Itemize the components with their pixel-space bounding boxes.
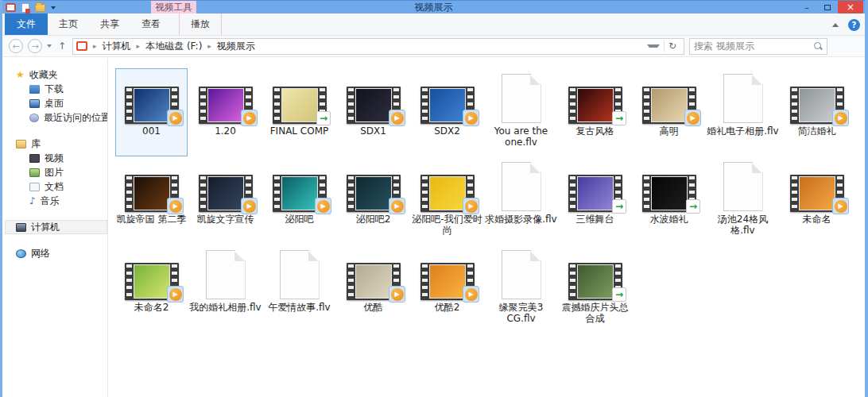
properties-icon[interactable]	[21, 3, 29, 13]
file-name-label: 午爱情故事.flv	[268, 303, 330, 314]
video-thumbnail: →	[559, 157, 631, 212]
document-icon	[263, 245, 335, 300]
file-name-label: 婚礼电子相册.flv	[707, 126, 778, 137]
desktop-icon	[29, 99, 40, 108]
breadcrumb-computer[interactable]: 计算机	[103, 40, 131, 53]
navigation-pane: ★收藏夹下载桌面最近访问的位置库视频图片文档♪音乐计算机网络	[5, 58, 108, 397]
tab-view[interactable]: 查看	[130, 13, 172, 35]
document-icon	[485, 245, 557, 300]
qat-dropdown-icon[interactable]	[51, 6, 56, 10]
file-tile[interactable]: ▶SDX2	[410, 68, 484, 156]
address-bar: ← → ↑ ▸ 计算机 ▸ 本地磁盘 (F:) ▸ 视频展示 ↻	[2, 36, 865, 57]
file-tile[interactable]: ▶优酷2	[410, 245, 484, 333]
sidebar-item-documents[interactable]: 文档	[5, 179, 107, 194]
sidebar-item-pictures[interactable]: 图片	[5, 165, 107, 179]
file-tile[interactable]: 我的婚礼相册.flv	[188, 245, 262, 333]
file-name-label: 泌阳吧	[285, 214, 314, 225]
file-tile[interactable]: ▶SDX1	[336, 68, 410, 156]
file-tile[interactable]: ▶高明	[632, 68, 706, 156]
play-overlay-icon: ▶	[832, 198, 849, 214]
file-list-area: ▶001▶1.20→FINAL COMP▶SDX1▶SDX2You are th…	[108, 58, 862, 397]
forward-button[interactable]: →	[28, 39, 42, 53]
pictures-icon	[29, 168, 40, 177]
sidebar-item-label: 图片	[45, 166, 64, 179]
close-button[interactable]: ×	[838, 1, 863, 13]
file-tile[interactable]: ▶泌阳吧	[262, 156, 336, 245]
network-icon	[16, 249, 26, 258]
video-thumbnail: ▶	[115, 69, 188, 124]
new-folder-icon[interactable]	[35, 4, 45, 12]
address-dropdown-icon[interactable]	[647, 44, 660, 48]
up-button[interactable]: ↑	[56, 40, 68, 52]
contextual-tab-video-tools[interactable]: 视频工具	[151, 1, 196, 14]
file-tile[interactable]: You are the one.flv	[484, 68, 558, 156]
recent-locations-dropdown-icon[interactable]	[47, 44, 52, 48]
tab-play[interactable]: 播放	[179, 13, 222, 35]
file-tile[interactable]: →复古风格	[558, 68, 632, 156]
play-overlay-icon: ▶	[241, 110, 258, 126]
file-name-label: 复古风格	[576, 126, 614, 137]
file-name-label: SDX2	[434, 126, 460, 137]
document-icon	[485, 157, 557, 212]
sidebar-item-computer[interactable]: 计算机	[5, 220, 107, 234]
sidebar-item-network[interactable]: 网络	[5, 246, 107, 260]
file-name-label: 汤池24格风格.flv	[707, 214, 779, 236]
sidebar-item-star[interactable]: ★收藏夹	[5, 67, 107, 82]
file-tile[interactable]: ▶未命名	[780, 156, 854, 245]
play-overlay-icon: ▶	[832, 110, 849, 126]
sidebar-item-label: 视频	[45, 152, 64, 165]
video-thumbnail: →	[559, 245, 631, 300]
file-tile[interactable]: ▶凯旋帝国 第二季	[114, 156, 188, 245]
file-tile[interactable]: →FINAL COMP	[262, 68, 336, 156]
play-overlay-icon: ▶	[389, 286, 405, 303]
sidebar-item-label: 计算机	[31, 221, 60, 234]
file-tile[interactable]: 汤池24格风格.flv	[706, 156, 780, 245]
file-tile[interactable]: ▶未命名2	[114, 245, 188, 333]
file-tile[interactable]: →三维舞台	[558, 156, 632, 245]
video-thumbnail: ▶	[115, 157, 188, 212]
sidebar-item-desktop[interactable]: 桌面	[5, 96, 107, 110]
tab-file[interactable]: 文件	[5, 13, 48, 35]
maximize-button[interactable]	[817, 1, 838, 13]
file-tile[interactable]: →震撼婚庆片头总合成	[558, 245, 632, 333]
sidebar-item-libraries[interactable]: 库	[5, 137, 107, 151]
file-name-label: 高明	[660, 126, 679, 137]
file-tile[interactable]: ▶凯旋文字宣传	[188, 156, 262, 245]
file-name-label: SDX1	[360, 126, 386, 137]
video-thumbnail: →	[633, 157, 705, 212]
file-tile[interactable]: →水波婚礼	[632, 156, 706, 245]
file-tile[interactable]: 婚礼电子相册.flv	[706, 68, 780, 156]
file-tile[interactable]: ▶泌阳吧2	[336, 156, 410, 245]
caption-buttons: – ×	[796, 1, 863, 13]
sidebar-item-videos[interactable]: 视频	[5, 151, 107, 165]
file-tile[interactable]: ▶泌阳吧-我们爱时尚	[410, 156, 484, 245]
tab-home[interactable]: 主页	[48, 13, 89, 35]
sidebar-item-music[interactable]: ♪音乐	[5, 194, 107, 208]
breadcrumb-video-display[interactable]: 视频展示	[217, 40, 255, 53]
search-box[interactable]	[689, 38, 827, 55]
minimize-button[interactable]: –	[796, 1, 817, 13]
breadcrumb-local-disk-f[interactable]: 本地磁盘 (F:)	[145, 40, 202, 53]
play-overlay-icon: ▶	[389, 198, 405, 214]
file-tile[interactable]: 午爱情故事.flv	[262, 245, 336, 333]
file-tile[interactable]: 求婚摄影录像.flv	[484, 156, 558, 245]
sidebar-item-recent[interactable]: 最近访问的位置	[5, 110, 107, 125]
refresh-icon[interactable]: ↻	[664, 40, 680, 52]
file-tile[interactable]: 缘聚完美3 CG.flv	[484, 245, 558, 333]
video-thumbnail: ▶	[411, 157, 483, 212]
sidebar-item-downloads[interactable]: 下载	[5, 82, 107, 96]
file-tile[interactable]: ▶1.20	[188, 68, 262, 156]
file-tile[interactable]: ▶简洁婚礼	[780, 68, 854, 156]
document-icon	[189, 245, 262, 300]
play-overlay-icon: ▶	[167, 198, 184, 214]
ribbon-collapse-icon[interactable]	[832, 23, 839, 27]
tab-share[interactable]: 共享	[89, 13, 130, 35]
file-tile[interactable]: ▶优酷	[336, 245, 410, 333]
back-button[interactable]: ←	[9, 39, 23, 53]
document-icon	[707, 157, 779, 212]
help-icon[interactable]: ?	[848, 19, 860, 31]
file-tile[interactable]: ▶001	[114, 68, 188, 156]
address-field[interactable]: ▸ 计算机 ▸ 本地磁盘 (F:) ▸ 视频展示 ↻	[72, 38, 684, 55]
explorer-window: 视频展示 视频工具 – × 文件 主页 共享 查看 播放 ? ← → ↑ ▸ 计…	[0, 0, 868, 397]
search-input[interactable]	[694, 40, 813, 52]
